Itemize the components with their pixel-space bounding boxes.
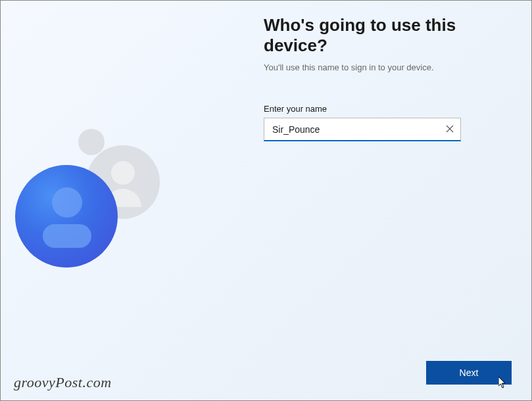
avatar-primary xyxy=(15,165,118,268)
name-input[interactable] xyxy=(264,118,461,141)
page-title: Who's going to use this device? xyxy=(264,15,500,56)
decorative-circle xyxy=(78,129,105,155)
page-subtitle: You'll use this name to sign in to your … xyxy=(264,62,500,72)
name-field-label: Enter your name xyxy=(264,104,500,114)
close-icon xyxy=(446,125,454,135)
next-button[interactable]: Next xyxy=(426,361,512,385)
clear-input-button[interactable] xyxy=(444,124,456,135)
name-input-container xyxy=(264,118,461,141)
user-illustration xyxy=(12,126,177,283)
watermark-text: groovyPost.com xyxy=(14,374,112,391)
